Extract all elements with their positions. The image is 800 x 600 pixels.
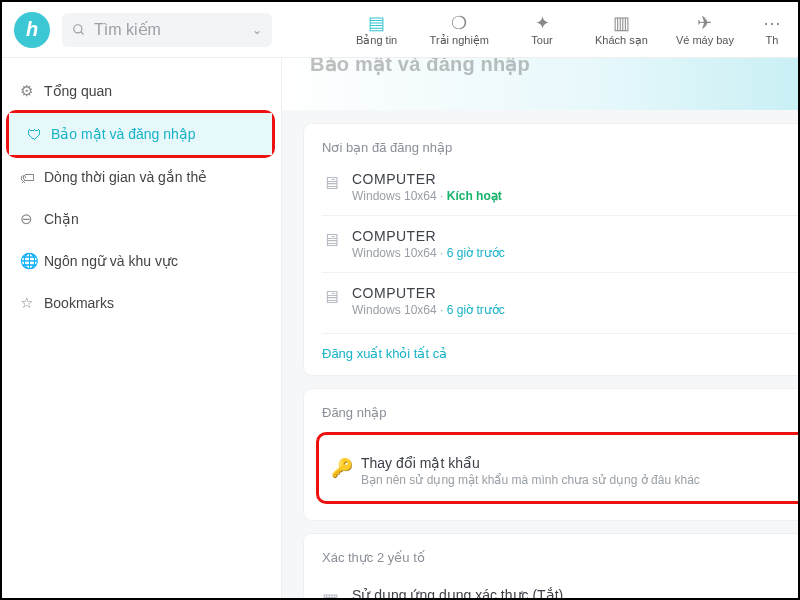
device-row[interactable]: 🖥 COMPUTER Windows 10x64 · Kích hoạt — [322, 167, 798, 215]
hotel-icon: ▥ — [613, 12, 630, 34]
search-input[interactable]: Tìm kiếm ⌄ — [62, 13, 272, 47]
feed-icon: ▤ — [368, 12, 385, 34]
sidebar-item-block[interactable]: ⊖ Chặn — [2, 198, 281, 240]
search-placeholder: Tìm kiếm — [94, 20, 161, 39]
shield-icon: 🛡 — [27, 126, 51, 143]
card-two-factor: Xác thực 2 yếu tố ▦ Sử dụng ứng dụng xác… — [304, 534, 798, 598]
more-icon: ⋯ — [763, 12, 781, 34]
card-logged-in: Nơi bạn đã đăng nhập 🖥 COMPUTER Windows … — [304, 124, 798, 375]
tour-icon: ✦ — [535, 12, 550, 34]
balloon-icon: ❍ — [451, 12, 467, 34]
monitor-icon: 🖥 — [322, 173, 352, 194]
highlight-security-sidebar: 🛡 Bảo mật và đăng nhập — [6, 110, 275, 158]
tfa-app-option[interactable]: ▦ Sử dụng ứng dụng xác thực (Tắt) Tạo mã… — [322, 577, 798, 598]
qr-icon: ▦ — [322, 589, 352, 598]
change-password-option[interactable]: 🔑 Thay đổi mật khẩu Bạn nên sử dụng mật … — [331, 445, 798, 491]
topnav-flight[interactable]: ✈ Vé máy bay — [676, 12, 734, 47]
content: Bảo mật và đăng nhập Nơi bạn đã đăng nhậ… — [282, 58, 798, 598]
topnav-tour[interactable]: ✦ Tour — [517, 12, 567, 47]
star-icon: ☆ — [20, 294, 44, 312]
top-nav: ▤ Bảng tin ❍ Trải nghiệm ✦ Tour ▥ Khách … — [352, 12, 786, 47]
topnav-hotel[interactable]: ▥ Khách sạn — [595, 12, 648, 47]
topnav-more[interactable]: ⋯ Th — [762, 12, 782, 47]
svg-point-0 — [74, 24, 82, 32]
header: h Tìm kiếm ⌄ ▤ Bảng tin ❍ Trải nghiệm ✦ … — [2, 2, 798, 58]
page-banner: Bảo mật và đăng nhập — [282, 58, 798, 110]
highlight-change-password: 🔑 Thay đổi mật khẩu Bạn nên sử dụng mật … — [316, 432, 798, 504]
sidebar-item-security[interactable]: 🛡 Bảo mật và đăng nhập — [9, 113, 272, 155]
device-row[interactable]: 🖥 COMPUTER Windows 10x64 · 6 giờ trước — [322, 215, 798, 272]
device-row[interactable]: 🖥 COMPUTER Windows 10x64 · 6 giờ trước — [322, 272, 798, 329]
sidebar-item-overview[interactable]: ⚙ Tổng quan — [2, 70, 281, 112]
gear-icon: ⚙ — [20, 82, 44, 100]
tag-icon: 🏷 — [20, 169, 44, 186]
block-icon: ⊖ — [20, 210, 44, 228]
sidebar: ⚙ Tổng quan 🛡 Bảo mật và đăng nhập 🏷 Dòn… — [2, 58, 282, 598]
topnav-experience[interactable]: ❍ Trải nghiệm — [430, 12, 489, 47]
card-login: Đăng nhập 🔑 Thay đổi mật khẩu Bạn nên sử… — [304, 389, 798, 520]
signout-all-link[interactable]: Đăng xuất khỏi tất cả — [322, 333, 798, 361]
login-heading: Đăng nhập — [322, 405, 798, 420]
topnav-feed[interactable]: ▤ Bảng tin — [352, 12, 402, 47]
key-icon: 🔑 — [331, 457, 361, 479]
tfa-heading: Xác thực 2 yếu tố — [322, 550, 798, 565]
logged-in-heading: Nơi bạn đã đăng nhập — [322, 140, 798, 155]
chevron-down-icon: ⌄ — [252, 23, 262, 37]
globe-icon: 🌐 — [20, 252, 44, 270]
page-title: Bảo mật và đăng nhập — [310, 58, 530, 76]
logo[interactable]: h — [14, 12, 50, 48]
svg-line-1 — [81, 31, 84, 34]
monitor-icon: 🖥 — [322, 287, 352, 308]
sidebar-item-timeline[interactable]: 🏷 Dòng thời gian và gắn thẻ — [2, 156, 281, 198]
sidebar-item-bookmarks[interactable]: ☆ Bookmarks — [2, 282, 281, 324]
sidebar-item-language[interactable]: 🌐 Ngôn ngữ và khu vực — [2, 240, 281, 282]
monitor-icon: 🖥 — [322, 230, 352, 251]
plane-icon: ✈ — [697, 12, 712, 34]
search-icon — [72, 23, 86, 37]
